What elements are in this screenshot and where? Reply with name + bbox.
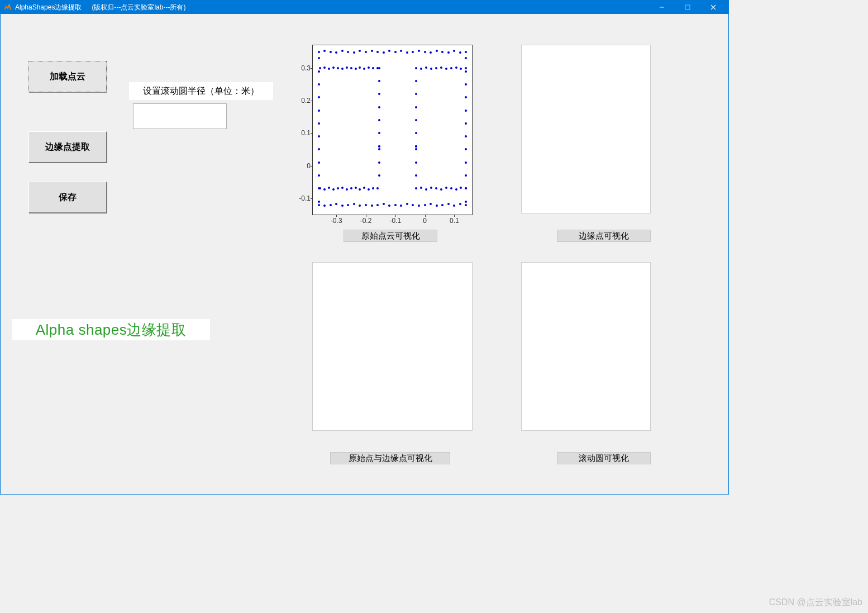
extract-edges-button[interactable]: 边缘点提取: [28, 131, 107, 163]
svg-rect-2: [685, 5, 690, 9]
scatter-point: [424, 51, 426, 53]
scatter-point: [341, 187, 344, 189]
scatter-point: [341, 50, 344, 52]
scatter-point: [378, 148, 380, 150]
scatter-point: [378, 67, 380, 69]
scatter-point: [328, 187, 330, 189]
scatter-point: [453, 205, 455, 207]
scatter-point: [365, 204, 367, 206]
scatter-point: [318, 204, 320, 206]
matlab-icon: [3, 3, 12, 12]
scatter-point: [318, 57, 320, 59]
scatter-point: [335, 203, 337, 205]
scatter-point: [372, 67, 374, 69]
scatter-point: [330, 51, 332, 53]
scatter-point: [436, 50, 438, 52]
scatter-point: [435, 187, 437, 189]
svg-point-0: [4, 9, 6, 11]
scatter-point: [415, 132, 417, 134]
client-area: 加载点云 边缘点提取 保存 设置滚动圆半径（单位：米） Alpha shapes…: [1, 14, 728, 494]
scatter-point: [318, 83, 320, 85]
scatter-point: [415, 119, 417, 121]
scatter-point: [378, 119, 380, 121]
scatter-point: [418, 50, 420, 52]
scatter-point: [459, 51, 461, 54]
scatter-point: [383, 203, 385, 205]
maximize-button[interactable]: [675, 1, 700, 14]
scatter-point: [465, 57, 467, 59]
scatter-point: [363, 68, 365, 70]
load-pointcloud-button[interactable]: 加载点云: [28, 61, 107, 92]
scatter-point: [465, 135, 467, 137]
scatter-point: [453, 50, 455, 52]
xtick-label: 0.1: [450, 217, 459, 225]
scatter-point: [415, 161, 417, 164]
titlebar[interactable]: AlphaShapes边缘提取 (版权归---点云实验室lab---所有): [1, 1, 728, 14]
scatter-point: [465, 148, 467, 150]
scatter-point: [415, 80, 417, 82]
scatter-point: [400, 50, 402, 52]
scatter-point: [378, 106, 380, 108]
scatter-point: [394, 51, 397, 53]
scatter-point: [337, 187, 339, 189]
scatter-point: [440, 66, 442, 69]
scatter-point: [455, 188, 457, 191]
scatter-point: [346, 188, 348, 191]
scatter-point: [323, 66, 326, 69]
scatter-point: [465, 187, 467, 189]
scatter-point: [447, 51, 450, 54]
scatter-point: [355, 68, 357, 70]
scatter-point: [378, 145, 380, 148]
scatter-point: [459, 203, 461, 205]
scatter-point: [318, 110, 320, 112]
ytick-label: -0.1: [299, 194, 311, 202]
scatter-point: [441, 204, 443, 206]
app-window: AlphaShapes边缘提取 (版权归---点云实验室lab---所有) 加载…: [0, 0, 729, 495]
axes-label-combo: 原始点与边缘点可视化: [330, 452, 450, 464]
scatter-point: [465, 204, 467, 206]
scatter-point: [450, 67, 452, 69]
scatter-point: [318, 161, 320, 164]
scatter-point: [368, 188, 370, 191]
scatter-point: [394, 204, 397, 206]
scatter-point: [465, 174, 467, 177]
scatter-point: [415, 106, 417, 108]
axes-label-edge: 边缘点可视化: [557, 230, 651, 242]
scatter-point: [445, 68, 447, 70]
save-button[interactable]: 保存: [28, 182, 107, 213]
scatter-point: [465, 96, 467, 98]
xtick-label: -0.2: [360, 217, 372, 225]
scatter-point: [341, 68, 344, 70]
scatter-point: [378, 93, 380, 95]
scatter-point: [415, 187, 417, 189]
scatter-point: [460, 68, 462, 70]
scatter-point: [430, 203, 432, 205]
scatter-point: [415, 93, 417, 95]
scatter-point: [323, 205, 326, 207]
minimize-button[interactable]: [649, 1, 675, 14]
scatter-point: [430, 187, 432, 189]
axes-original-and-edge: [312, 262, 473, 431]
ytick-label: 0: [307, 162, 311, 170]
scatter-point: [415, 145, 417, 148]
scatter-point: [371, 205, 373, 207]
scatter-point: [359, 205, 361, 207]
scatter-point: [318, 122, 320, 125]
scatter-point: [378, 132, 380, 134]
scatter-point: [436, 205, 438, 207]
scatter-point: [450, 187, 452, 189]
xtick-label: -0.3: [331, 217, 342, 225]
scatter-point: [363, 187, 365, 189]
close-button[interactable]: [700, 1, 726, 14]
scatter-point: [318, 201, 320, 203]
radius-input[interactable]: [133, 103, 227, 129]
scatter-point: [318, 70, 320, 73]
axes-rolling-circle: [521, 262, 651, 431]
scatter-point: [376, 51, 379, 53]
scatter-point: [368, 66, 370, 69]
axes-label-circle: 滚动圆可视化: [557, 452, 651, 464]
scatter-point: [383, 51, 385, 54]
scatter-point: [346, 66, 348, 69]
scatter-point: [465, 161, 467, 164]
axes-edge-points: [521, 45, 651, 213]
